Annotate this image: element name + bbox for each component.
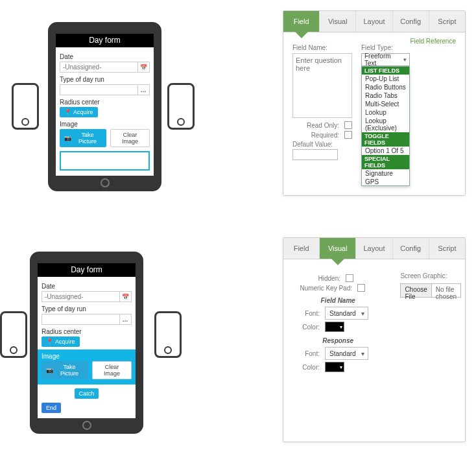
default-value-label: Default Value: — [292, 141, 333, 148]
field-type-label: Field Type: — [361, 44, 410, 51]
tab-layout-2[interactable]: Layout — [356, 238, 392, 259]
font-label-2: Font: — [294, 350, 320, 357]
editor-tabs: Field Visual Layout Config Script — [283, 11, 465, 32]
visual-editor-panel: Field Visual Layout Config Script Hidden… — [283, 237, 466, 442]
field-type-dropdown[interactable]: LIST FIELDSPop-Up ListRadio ButtonsRadio… — [361, 66, 410, 186]
tablet-preview-bottom: Day form Date -Unassigned- 📅 Type of day… — [30, 252, 143, 434]
fieldname-header: Field Name — [294, 297, 382, 304]
dropdown-group-header: TOGGLE FIELDS — [362, 132, 409, 147]
daytype-label: Type of day run — [60, 76, 150, 83]
tab-config-2[interactable]: Config — [393, 238, 429, 259]
side-phone-left — [12, 83, 39, 130]
required-checkbox[interactable] — [344, 131, 352, 139]
dropdown-item[interactable]: Lookup (Exclusive) — [362, 117, 409, 132]
daytype-input[interactable]: … — [60, 84, 150, 95]
dropdown-item[interactable]: Option 1 Of 5 — [362, 147, 409, 155]
dropdown-item[interactable]: Lookup — [362, 108, 409, 117]
required-label: Required: — [292, 132, 339, 139]
read-only-checkbox[interactable] — [344, 121, 352, 129]
date-label: Date — [60, 53, 150, 60]
default-value-input[interactable] — [292, 149, 338, 160]
radius-label: Radius center — [60, 99, 150, 106]
image-preview-well — [60, 151, 150, 171]
acquire-button-2[interactable]: 📍 Acquire — [42, 337, 80, 347]
field-reference-link[interactable]: Field Reference — [410, 38, 456, 45]
no-file-text: No file chosen — [432, 284, 460, 297]
color-swatch-fieldname[interactable]: ▾ — [325, 322, 344, 332]
file-input[interactable]: Choose File No file chosen — [400, 283, 461, 298]
editor-tabs-2: Field Visual Layout Config Script — [283, 238, 465, 259]
calendar-icon-2[interactable]: 📅 — [119, 291, 131, 302]
ellipsis-icon[interactable]: … — [137, 84, 149, 95]
daytype-label-2: Type of day run — [42, 305, 132, 313]
field-editor-panel: Field Visual Layout Config Script Field … — [283, 10, 466, 196]
radius-label-2: Radius center — [42, 328, 132, 335]
image-label-2: Image — [42, 353, 132, 360]
ellipsis-icon-2[interactable]: … — [119, 314, 131, 325]
end-button[interactable]: End — [42, 403, 61, 413]
side-phone-right — [167, 83, 195, 130]
color-label-2: Color: — [294, 364, 320, 371]
clear-image-button[interactable]: Clear Image — [110, 129, 150, 147]
color-label-1: Color: — [294, 324, 320, 331]
choose-file-button[interactable]: Choose File — [401, 284, 431, 297]
hidden-label: Hidden: — [294, 275, 340, 282]
tab-script[interactable]: Script — [429, 11, 465, 32]
take-picture-button[interactable]: 📷 Take Picture — [60, 129, 106, 147]
response-header: Response — [294, 337, 382, 344]
font-label-1: Font: — [294, 310, 320, 317]
take-picture-button-2[interactable]: 📷 Take Picture — [42, 361, 88, 379]
field-name-label: Field Name: — [292, 44, 352, 51]
dropdown-item[interactable]: Signature — [362, 169, 409, 178]
catch-button[interactable]: Catch — [75, 388, 99, 399]
dropdown-item[interactable]: Pop-Up List — [362, 75, 409, 83]
question-textarea[interactable] — [292, 53, 352, 118]
side-phone-left-2 — [0, 311, 27, 358]
tab-field-2[interactable]: Field — [283, 238, 320, 259]
tab-visual[interactable]: Visual — [320, 11, 356, 32]
numpad-checkbox[interactable] — [357, 284, 365, 292]
screen-graphic-label: Screen Graphic: — [400, 272, 461, 279]
pin-icon: 📍 — [46, 338, 53, 345]
dropdown-item[interactable]: GPS — [362, 178, 409, 186]
tab-field[interactable]: Field — [283, 11, 320, 32]
calendar-icon[interactable]: 📅 — [137, 62, 149, 73]
tab-config[interactable]: Config — [393, 11, 429, 32]
image-selected-block: Image 📷 Take Picture Clear Image — [38, 349, 136, 384]
date-input[interactable]: -Unassigned- 📅 — [60, 62, 150, 73]
numpad-label: Numeric Key Pad: — [294, 285, 352, 292]
pin-icon: 📍 — [64, 109, 71, 115]
tab-layout[interactable]: Layout — [356, 11, 392, 32]
date-input-2[interactable]: -Unassigned- 📅 — [42, 291, 132, 302]
date-label-2: Date — [42, 283, 132, 290]
camera-icon: 📷 — [46, 367, 53, 373]
side-phone-right-2 — [154, 311, 182, 358]
tab-script-2[interactable]: Script — [429, 238, 465, 259]
dropdown-group-header: SPECIAL FIELDS — [362, 155, 409, 169]
dropdown-item[interactable]: Radio Buttons — [362, 83, 409, 91]
dropdown-item[interactable]: Multi-Select — [362, 100, 409, 108]
clear-image-button-2[interactable]: Clear Image — [92, 361, 132, 379]
dropdown-group-header: LIST FIELDS — [362, 67, 409, 75]
tab-visual-2[interactable]: Visual — [320, 238, 356, 259]
acquire-button[interactable]: 📍 Acquire — [60, 107, 98, 117]
tablet-preview-top: Day form Date -Unassigned- 📅 Type of day… — [48, 22, 161, 191]
font-select-response[interactable]: Standard — [325, 347, 368, 360]
hidden-checkbox[interactable] — [346, 274, 353, 282]
read-only-label: Read Only: — [292, 122, 339, 129]
field-type-select[interactable]: Freeform Text — [361, 53, 410, 66]
daytype-input-2[interactable]: … — [42, 314, 132, 325]
dropdown-item[interactable]: Radio Tabs — [362, 91, 409, 100]
image-label: Image — [60, 121, 150, 128]
font-select-fieldname[interactable]: Standard — [325, 307, 368, 320]
form-title: Day form — [56, 34, 154, 47]
color-swatch-response[interactable]: ▾ — [325, 362, 344, 372]
camera-icon: 📷 — [64, 135, 71, 141]
form-title-2: Day form — [38, 263, 136, 277]
